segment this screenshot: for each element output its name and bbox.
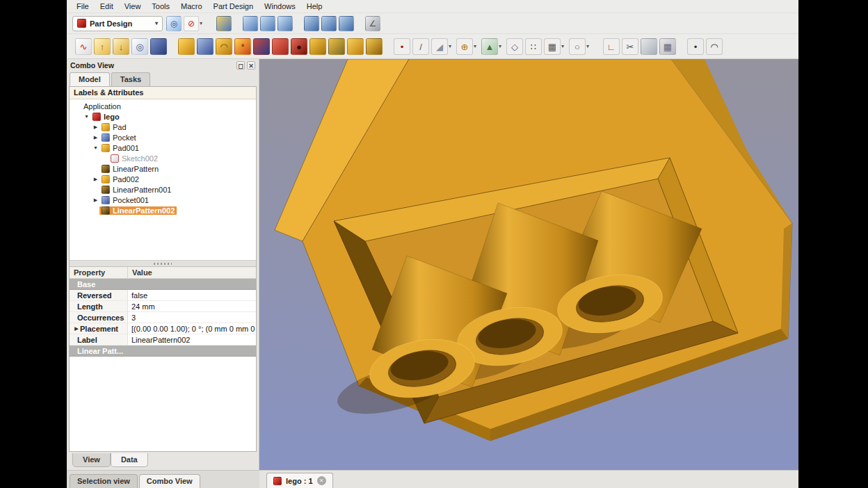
panel-tab-view[interactable]: View	[72, 453, 111, 467]
document-tab-lego[interactable]: lego : 1 ✕	[266, 473, 333, 488]
tree-item-icon	[102, 165, 110, 173]
validate-sketch-icon[interactable]: ◎	[131, 38, 148, 55]
tree-item[interactable]: ▶ Pocket	[70, 132, 256, 143]
menu-edit[interactable]: Edit	[95, 1, 119, 12]
tree-expander-icon[interactable]: ▶	[92, 197, 99, 203]
view-bottom-icon[interactable]	[321, 16, 337, 31]
property-row[interactable]: Linear Patt...	[70, 345, 256, 357]
model-tree[interactable]: Application ▼ lego ▶	[70, 99, 256, 261]
edit-sketch-icon[interactable]: ↑	[94, 38, 111, 55]
sketch-arc-icon[interactable]: ◠	[706, 38, 723, 55]
splitter-grip[interactable]	[154, 263, 172, 265]
pad-icon[interactable]	[178, 38, 195, 55]
tree-expander-icon[interactable]: ▶	[92, 124, 99, 130]
draft-icon[interactable]	[366, 38, 383, 55]
datum-point-icon[interactable]: •	[394, 38, 410, 55]
menu-view[interactable]: View	[119, 1, 147, 12]
tab-model[interactable]: Model	[70, 72, 110, 86]
property-value[interactable]: 3	[128, 314, 256, 322]
menu-macro[interactable]: Macro	[175, 1, 208, 12]
datum-axis-icon[interactable]: ∟	[603, 38, 620, 55]
chamfer-box-icon[interactable]	[641, 38, 657, 55]
property-view-tabs: View Data	[67, 453, 259, 470]
zoom-selection-icon[interactable]: ◎	[166, 16, 182, 31]
property-name: Reversed	[77, 291, 112, 300]
multitransform-icon[interactable]: ▦	[659, 38, 676, 55]
view-top-icon[interactable]	[260, 16, 275, 31]
hole-icon[interactable]: ●	[291, 38, 307, 55]
datum-line-icon[interactable]: /	[412, 38, 429, 55]
property-row[interactable]: Length 24 mm	[70, 301, 256, 312]
menu-help[interactable]: Help	[301, 1, 328, 12]
property-row[interactable]: ▶ Placement [(0.00 0.00 1.00); 0 °; (0 m…	[70, 323, 256, 334]
tree-item[interactable]: ▶ Pocket001	[70, 195, 256, 205]
tree-item[interactable]: LinearPattern	[70, 163, 256, 174]
document-tabbar: lego : 1 ✕	[259, 470, 798, 488]
property-value[interactable]: LinearPattern002	[128, 336, 256, 344]
tree-item[interactable]: ▶ Pad	[70, 122, 256, 132]
tree-expander-icon[interactable]: ▼	[83, 114, 90, 119]
trim-icon[interactable]: ✂	[622, 38, 638, 55]
menu-file[interactable]: File	[71, 1, 95, 12]
tree-expander-icon[interactable]: ▶	[92, 177, 99, 182]
pocket-icon[interactable]	[197, 38, 214, 55]
property-row[interactable]: Reversed false	[70, 290, 256, 301]
workbench-selector[interactable]: Part Design ▾	[72, 16, 163, 31]
tree-item[interactable]: ▶ Pad002	[70, 174, 256, 184]
property-value[interactable]: 24 mm	[128, 302, 256, 311]
tree-item[interactable]: Sketch002	[70, 153, 256, 163]
boolean-icon[interactable]	[253, 38, 270, 55]
property-row[interactable]: Base	[70, 279, 256, 290]
thickness-icon[interactable]	[310, 38, 326, 55]
property-row[interactable]: Occurrences 3	[70, 312, 256, 323]
datum-plane-icon[interactable]: ◢ ▾	[431, 38, 454, 55]
measure-icon[interactable]: ∠	[365, 16, 380, 31]
groove-icon[interactable]: *	[234, 38, 251, 55]
view-right-icon[interactable]	[278, 16, 293, 31]
property-value[interactable]: false	[128, 291, 256, 300]
3d-viewport[interactable]	[259, 59, 798, 470]
property-expander-icon[interactable]: ▶	[73, 326, 80, 332]
check-geometry-icon[interactable]	[150, 38, 167, 55]
panel-tab-data[interactable]: Data	[111, 453, 148, 467]
local-coordinate-system-icon[interactable]: ⊕ ▾	[456, 38, 479, 55]
close-tab-icon[interactable]: ✕	[317, 476, 326, 485]
tree-item[interactable]: ▼ Pad001	[70, 143, 256, 153]
menu-part-design[interactable]: Part Design	[208, 1, 259, 12]
axonometric-view-icon[interactable]	[216, 16, 232, 31]
pipe-icon[interactable]	[328, 38, 345, 55]
panel-splitter[interactable]	[70, 261, 256, 267]
property-name: Linear Patt...	[77, 347, 123, 355]
mirrored-icon[interactable]: ∷	[525, 38, 542, 55]
tree-item[interactable]: Application	[70, 101, 256, 111]
close-panel-icon[interactable]: ✕	[247, 61, 255, 70]
shape-binder-icon[interactable]: ▲ ▾	[481, 38, 504, 55]
tree-expander-icon[interactable]: ▼	[92, 145, 99, 150]
chevron-down-icon: ▾	[155, 20, 158, 26]
tree-item[interactable]: LinearPattern001	[70, 184, 256, 195]
property-value[interactable]: [(0.00 0.00 1.00); 0 °; (0 mm 0 mm 0 ...	[128, 325, 256, 333]
view-left-icon[interactable]	[339, 16, 354, 31]
new-sketch-icon[interactable]: ∿	[75, 38, 92, 55]
clone-icon[interactable]: ◇	[506, 38, 523, 55]
menu-windows[interactable]: Windows	[259, 1, 301, 12]
subtractive-wedge-icon[interactable]	[272, 38, 289, 55]
loft-icon[interactable]	[347, 38, 364, 55]
tree-item[interactable]: LinearPattern002	[70, 205, 256, 215]
sketch-point-icon[interactable]: •	[687, 38, 704, 55]
tab-tasks[interactable]: Tasks	[111, 72, 150, 86]
tree-expander-icon[interactable]: ▶	[92, 135, 99, 140]
clip-plane-icon[interactable]: ⊘ ▾	[184, 16, 205, 31]
bottom-tab-combo-view[interactable]: Combo View	[139, 474, 200, 488]
polar-pattern-icon[interactable]: ○ ▾	[569, 38, 592, 55]
view-rear-icon[interactable]	[304, 16, 319, 31]
map-sketch-icon[interactable]: ↓	[113, 38, 129, 55]
linear-pattern-icon[interactable]: ▦ ▾	[544, 38, 567, 55]
tree-item[interactable]: ▼ lego	[70, 111, 256, 122]
float-panel-icon[interactable]: ◻	[236, 61, 245, 70]
menu-tools[interactable]: Tools	[146, 1, 175, 12]
revolution-icon[interactable]: ◠	[216, 38, 232, 55]
property-row[interactable]: Label LinearPattern002	[70, 334, 256, 345]
bottom-tab-selection-view[interactable]: Selection view	[70, 474, 138, 488]
view-front-icon[interactable]	[243, 16, 258, 31]
